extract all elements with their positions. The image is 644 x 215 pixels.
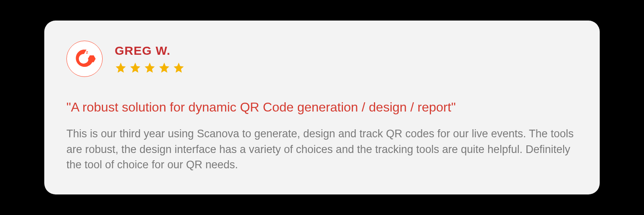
star-icon — [173, 62, 185, 74]
star-icon — [158, 62, 170, 74]
reviewer-name: GREG W. — [115, 44, 185, 58]
review-header: 2 GREG W. — [66, 41, 578, 77]
g2-logo-icon: 2 — [72, 47, 97, 71]
g2-logo-badge: 2 — [66, 41, 103, 77]
review-body: This is our third year using Scanova to … — [66, 126, 578, 172]
review-headline: "A robust solution for dynamic QR Code g… — [66, 99, 578, 116]
star-rating — [115, 62, 185, 74]
star-icon — [144, 62, 156, 74]
reviewer-meta: GREG W. — [115, 44, 185, 74]
star-icon — [129, 62, 141, 74]
svg-text:2: 2 — [86, 50, 88, 54]
star-icon — [115, 62, 127, 74]
review-card: 2 GREG W. "A robust solution for dynamic… — [44, 21, 600, 195]
